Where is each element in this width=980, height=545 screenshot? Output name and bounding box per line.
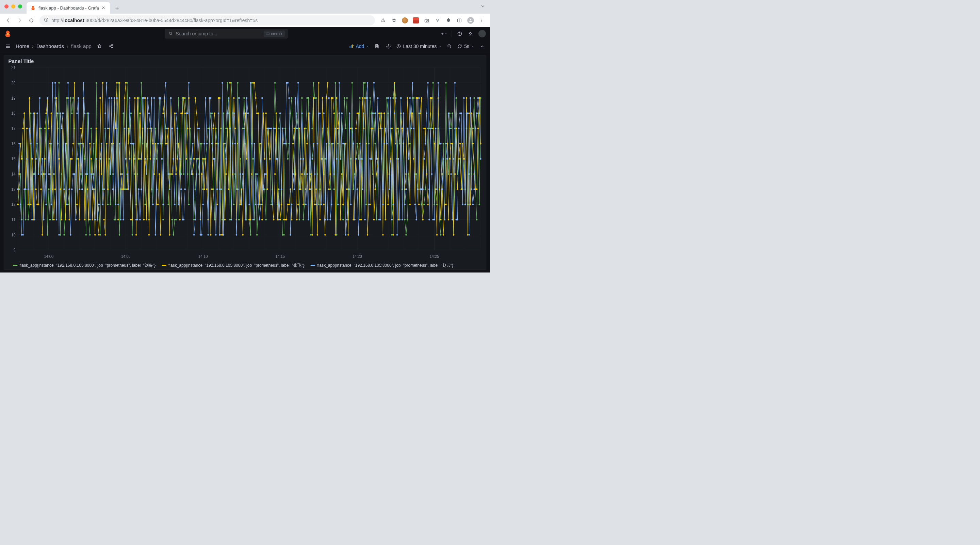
svg-point-137 [70,97,72,99]
svg-point-1178 [480,158,482,160]
svg-point-984 [231,219,232,221]
svg-point-1151 [445,143,447,145]
nav-reload-button[interactable] [27,16,36,25]
legend-item[interactable]: flask_app{instance="192.168.0.105:8000",… [13,263,156,268]
svg-point-1104 [385,127,387,129]
svg-point-533 [115,127,116,129]
refresh-interval-picker[interactable]: 5s [457,43,474,49]
svg-point-1110 [392,204,394,205]
svg-point-1002 [253,143,255,145]
svg-point-462 [24,113,25,114]
svg-point-455 [479,204,480,205]
crumb-home[interactable]: Home [16,43,29,49]
svg-point-638 [250,219,251,221]
svg-point-845 [52,82,53,84]
svg-point-812 [473,173,475,175]
add-panel-button[interactable]: + Add [349,43,369,49]
svg-point-850 [58,234,60,236]
svg-point-399 [407,219,408,221]
svg-point-273 [245,143,247,145]
timeseries-panel[interactable]: Panel Title 910111213141516171819202114:… [4,55,486,270]
svg-point-282 [256,234,258,236]
svg-point-881 [98,204,100,205]
window-zoom-dot[interactable] [18,5,22,8]
svg-point-406 [415,173,417,175]
svg-point-589 [187,127,189,129]
nav-forward-button[interactable] [15,16,24,25]
crumb-dashboards[interactable]: Dashboards [37,43,64,49]
global-search[interactable]: Search or jump to... cmd+k [165,29,288,38]
share-icon[interactable] [380,17,386,24]
zoom-out-icon[interactable] [446,43,453,50]
tablist-chevron-icon[interactable] [480,4,485,10]
vue-extension-icon[interactable] [434,17,441,24]
menu-toggle-icon[interactable] [4,43,11,50]
svg-point-911 [137,219,138,221]
svg-point-797 [454,173,456,175]
profile-avatar-icon[interactable] [467,17,474,24]
svg-point-998 [248,204,250,205]
svg-point-585 [182,113,183,114]
sidepanel-icon[interactable] [456,17,463,24]
svg-point-776 [427,204,429,205]
legend-swatch [311,265,315,266]
svg-point-536 [119,82,121,84]
svg-point-877 [93,173,95,175]
svg-point-619 [225,173,227,175]
window-minimize-dot[interactable] [11,5,15,8]
svg-point-996 [246,97,248,99]
svg-point-810 [471,113,473,114]
collapse-up-icon[interactable] [479,43,486,50]
svg-point-986 [233,113,235,114]
add-plus-icon[interactable] [441,31,447,37]
site-info-icon[interactable] [44,17,49,24]
kebab-menu-icon[interactable] [479,17,485,24]
bookmark-star-icon[interactable] [391,17,397,24]
favorite-star-icon[interactable] [95,43,103,50]
new-tab-button[interactable]: ＋ [112,3,122,13]
save-dashboard-icon[interactable] [373,43,380,50]
extensions-puzzle-icon[interactable] [445,17,452,24]
svg-point-204 [156,158,158,160]
svg-point-351 [345,127,347,129]
panel-plot[interactable]: 910111213141516171819202114:0014:0514:10… [6,66,484,261]
svg-point-769 [418,204,420,205]
svg-point-783 [436,234,438,236]
help-icon[interactable] [457,31,463,37]
extension-cookie-icon[interactable] [402,17,408,24]
svg-point-504 [78,158,79,160]
dashboard-settings-icon[interactable] [385,43,392,50]
svg-rect-4 [425,19,428,22]
user-avatar[interactable] [479,30,486,37]
window-close-dot[interactable] [5,5,8,8]
svg-point-924 [153,97,155,99]
time-range-picker[interactable]: Last 30 minutes [396,43,442,49]
svg-point-795 [452,143,453,145]
svg-point-184 [130,113,132,114]
svg-point-475 [40,189,42,190]
svg-point-1033 [294,189,295,190]
svg-point-494 [65,219,66,221]
url-bar[interactable]: http://localhost:3000/d/d282a6a3-9ab3-48… [40,15,375,25]
svg-point-594 [193,158,195,160]
legend-item[interactable]: flask_app{instance="192.168.0.105:8000",… [162,263,305,268]
nav-back-button[interactable] [3,16,13,25]
svg-point-977 [221,82,223,84]
svg-point-583 [179,219,181,221]
camera-icon[interactable] [424,17,430,24]
tab-close-icon[interactable]: ✕ [102,5,105,10]
rss-icon[interactable] [468,31,474,37]
svg-point-548 [134,97,136,99]
legend-item[interactable]: flask_app{instance="192.168.0.105:8000",… [311,263,453,268]
svg-rect-15 [266,33,269,35]
svg-point-840 [45,204,47,205]
clock-icon [396,44,401,49]
browser-tab[interactable]: flask app - Dashboards - Grafa ✕ [27,2,110,14]
share-panel-icon[interactable] [107,43,115,50]
svg-point-979 [224,143,226,145]
svg-point-888 [107,127,109,129]
svg-point-1022 [279,113,281,114]
grafana-logo-icon[interactable] [4,30,11,37]
extension-red-icon[interactable] [413,17,419,24]
svg-point-875 [91,173,92,175]
